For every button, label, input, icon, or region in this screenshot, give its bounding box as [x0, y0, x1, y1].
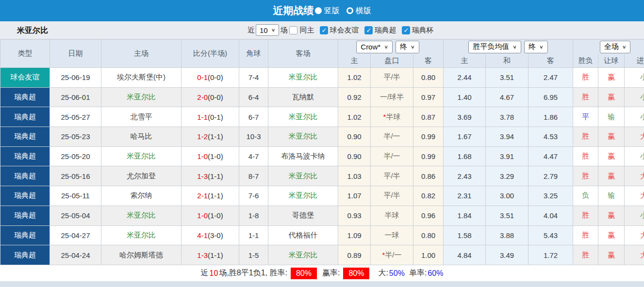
away-team-cell: 米亚尔比: [268, 186, 338, 206]
avg-home-odds-cell: 1.40: [444, 87, 486, 107]
home-team-cell: 尤尔加登: [101, 166, 182, 186]
result-goals-cell: 小: [625, 107, 644, 127]
handicap-line: 一球: [385, 231, 399, 239]
match-type-badge: 球会友谊: [0, 68, 50, 88]
match-scope-select[interactable]: 全场 ∨: [600, 41, 631, 53]
halftime-score: (1-0): [208, 152, 223, 160]
match-type-badge: 瑞典超: [0, 225, 50, 245]
avg-home-odds-cell: 3.69: [444, 107, 486, 127]
handicap-line: 平/半: [383, 172, 400, 180]
avg-draw-odds-cell: 3.88: [486, 225, 528, 245]
date-cell: 25-06-19: [50, 68, 101, 88]
away-team-cell: 米亚尔比: [268, 68, 338, 88]
friendly-filter-label: 球会友谊: [330, 26, 359, 35]
vertical-layout-radio[interactable]: [315, 7, 322, 14]
result-handicap-cell: 赢: [598, 225, 625, 245]
handicap-away-odds-cell: 0.99: [413, 127, 444, 147]
handicap-away-odds-cell: 0.80: [413, 68, 444, 88]
home-team-cell: 索尔纳: [101, 186, 182, 206]
games-count-select[interactable]: 10 ∨: [256, 24, 279, 36]
horizontal-layout-label[interactable]: 横版: [356, 6, 371, 16]
score-cell: 1-0(1-0): [182, 146, 239, 166]
result-handicap-cell: 赢: [598, 245, 625, 265]
fulltime-score: 1-2: [197, 132, 208, 141]
handicap-final-value: 终: [400, 42, 407, 51]
sub-header-handicap-home: 主: [338, 54, 371, 68]
home-team-cell: 哈尔姆斯塔德: [101, 245, 182, 265]
results-table: 类型 日期 主场 比分(半场) 角球 客场 Crow* ∨ 终 ∨: [0, 39, 644, 265]
summary-near-label: 近: [201, 268, 209, 278]
summary-games-count: 10: [210, 269, 218, 278]
horizontal-layout-radio[interactable]: [347, 7, 353, 14]
avg-draw-odds-cell: 3.29: [486, 166, 528, 186]
result-handicap-cell: 赢: [598, 166, 625, 186]
avg-draw-odds-cell: 3.78: [486, 107, 528, 127]
halftime-score: (0-0): [208, 93, 223, 101]
same-home-label: 同主: [299, 26, 314, 35]
result-wdl-cell: 胜: [573, 225, 598, 245]
swedish-cup-filter-checkbox[interactable]: ✓: [402, 26, 410, 34]
home-team-cell: 埃尔夫斯堡(中): [101, 68, 182, 88]
handicap-away-odds-cell: 0.86: [413, 166, 444, 186]
result-goals-cell: 大: [625, 166, 644, 186]
handicap-line: 半/一: [385, 251, 401, 259]
avg-home-odds-cell: 1.68: [444, 146, 486, 166]
score-cell: 1-2(1-1): [182, 127, 239, 147]
avg-final-select[interactable]: 终 ∨: [524, 41, 548, 53]
handicap-line: 半/一: [383, 132, 400, 140]
avg-draw-odds-cell: 4.67: [486, 87, 528, 107]
vertical-layout-label[interactable]: 竖版: [324, 6, 340, 16]
result-wdl-cell: 胜: [573, 87, 598, 107]
result-goals-cell: 小: [625, 68, 644, 88]
match-type-badge: 瑞典超: [0, 127, 50, 147]
avg-away-odds-cell: 1.72: [528, 245, 573, 265]
table-row: 瑞典超 25-05-16 尤尔加登 1-3(1-1) 8-7 米亚尔比 1.03…: [0, 166, 644, 186]
sub-header-goals-result: 进球: [625, 54, 644, 68]
result-goals-cell: 小: [625, 87, 644, 107]
halftime-score: (1-1): [208, 191, 223, 200]
match-type-badge: 瑞典超: [0, 245, 50, 265]
allsvenskan-filter-checkbox[interactable]: ✓: [364, 26, 373, 34]
match-scope-value: 全场: [604, 42, 619, 51]
sub-header-handicap-result: 让球: [598, 54, 625, 68]
handicap-home-odds-cell: 1.02: [338, 107, 371, 127]
result-handicap-cell: 输: [598, 186, 625, 206]
bookmaker-select-value: Crow*: [361, 43, 380, 51]
handicap-home-odds-cell: 0.92: [338, 87, 371, 107]
same-home-checkbox[interactable]: ✓: [289, 26, 297, 34]
away-team-cell: 哥德堡: [268, 206, 338, 225]
chevron-down-icon: ∨: [512, 44, 517, 49]
avg-draw-odds-cell: 3.51: [486, 206, 528, 225]
avg-home-odds-cell: 1.84: [444, 206, 486, 225]
fulltime-score: 1-0: [197, 152, 208, 160]
fulltime-score: 1-3: [197, 251, 208, 259]
avg-odds-group-header: 胜平负均值 ∨ 终 ∨: [444, 40, 573, 54]
chevron-down-icon: ∨: [539, 44, 544, 49]
summary-record: 场,胜8平1负1, 胜率:: [219, 268, 287, 278]
avg-away-odds-cell: 5.43: [528, 225, 573, 245]
chevron-down-icon: ∨: [384, 44, 388, 49]
match-type-badge: 瑞典超: [0, 146, 50, 166]
avg-draw-odds-cell: 3.94: [486, 127, 528, 147]
result-goals-cell: 小: [625, 206, 644, 225]
table-row: 瑞典超 25-05-20 米亚尔比 1-0(1-0) 4-7 布洛马波卡纳 0.…: [0, 146, 644, 166]
bookmaker-select[interactable]: Crow* ∨: [356, 41, 393, 53]
avg-away-odds-cell: 6.95: [528, 87, 573, 107]
avg-away-odds-cell: 1.86: [528, 107, 573, 127]
avg-odds-select[interactable]: 胜平负均值 ∨: [468, 41, 521, 53]
avg-draw-odds-cell: 3.51: [486, 68, 528, 88]
handicap-final-select[interactable]: 终 ∨: [396, 41, 419, 53]
home-team-cell: 哈马比: [101, 127, 182, 147]
date-cell: 25-05-16: [50, 166, 101, 186]
win-rate-badge: 80%: [291, 268, 317, 279]
filter-bar: 米亚尔比 近 10 ∨ 场 ✓ 同主 ✓ 球会友谊 ✓ 瑞典超 ✓ 瑞典杯: [0, 21, 644, 39]
col-header-type: 类型: [0, 40, 50, 68]
page-title: 近期战绩: [273, 4, 314, 17]
table-row: 球会友谊 25-06-19 埃尔夫斯堡(中) 0-1(0-0) 7-4 米亚尔比…: [0, 68, 644, 88]
friendly-filter-checkbox[interactable]: ✓: [320, 26, 328, 34]
table-row: 瑞典超 25-05-04 米亚尔比 1-0(1-0) 1-8 哥德堡 0.93 …: [0, 206, 644, 225]
footer-strip: [0, 281, 644, 287]
corner-cell: 6-4: [239, 87, 268, 107]
handicap-line-cell: 半/一: [371, 127, 413, 147]
col-header-home: 主场: [101, 40, 182, 68]
